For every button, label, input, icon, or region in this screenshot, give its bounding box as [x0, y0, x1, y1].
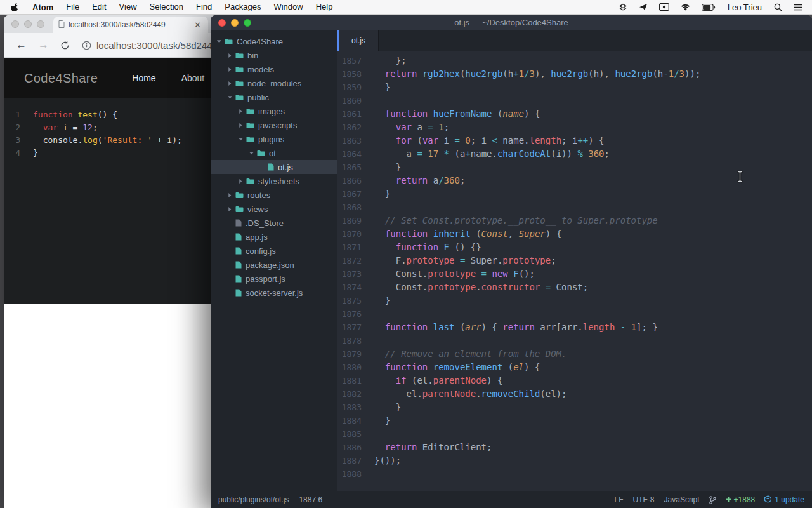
line-number[interactable]: 1859: [337, 81, 362, 94]
cursor-position[interactable]: 1887:6: [299, 495, 322, 504]
code-line[interactable]: 1881 if (el.parentNode) {: [337, 374, 812, 387]
line-number[interactable]: 1858: [337, 67, 362, 81]
browser-tab[interactable]: localhost:3000/task/58d2449 ✕: [53, 17, 208, 33]
code-line[interactable]: 1887}());: [337, 454, 812, 467]
line-number[interactable]: 1878: [337, 334, 362, 347]
chevron-right-icon[interactable]: [237, 178, 244, 184]
code-text[interactable]: var i = 12;: [20, 121, 98, 134]
chevron-down-icon[interactable]: [226, 95, 233, 100]
line-ending-indicator[interactable]: LF: [615, 495, 624, 504]
line-number[interactable]: 1872: [337, 254, 362, 267]
code-line[interactable]: 1866 return a/360;: [337, 174, 812, 187]
tree-item-images[interactable]: images: [211, 104, 337, 118]
app-menu-atom[interactable]: Atom: [26, 3, 60, 12]
code-line[interactable]: 1869 // Set Const.prototype.__proto__ to…: [337, 214, 812, 227]
menu-file[interactable]: File: [60, 0, 86, 14]
screen-share-icon[interactable]: [653, 3, 675, 11]
code-line[interactable]: 1879 // Remove an element from the DOM.: [337, 347, 812, 361]
line-number[interactable]: 1882: [337, 387, 362, 401]
code-text[interactable]: }: [362, 414, 390, 427]
tree-item-package-json[interactable]: package.json: [211, 258, 337, 272]
chevron-down-icon[interactable]: [237, 137, 244, 142]
back-button[interactable]: ←: [10, 39, 32, 51]
line-number[interactable]: 1871: [337, 241, 362, 254]
code-text[interactable]: return a/360;: [362, 174, 465, 187]
code-text[interactable]: console.log('Result: ' + i);: [20, 134, 182, 147]
code-text[interactable]: // Set Const.prototype.__proto__ to Supe…: [362, 214, 658, 227]
tree-item-config-js[interactable]: config.js: [211, 244, 337, 258]
code-text[interactable]: F.prototype = Super.prototype;: [362, 254, 556, 267]
code-text[interactable]: Const.prototype = new F();: [362, 267, 535, 281]
line-number[interactable]: 1857: [337, 54, 362, 67]
line-number[interactable]: 1879: [337, 347, 362, 361]
address-bar[interactable]: localhost:3000/task/58d2449be: [82, 40, 228, 51]
reload-button[interactable]: [55, 41, 75, 50]
code-text[interactable]: [362, 334, 374, 347]
chevron-down-icon[interactable]: [248, 150, 254, 156]
package-updates[interactable]: 1 update: [764, 495, 804, 505]
tree-item-ot-js[interactable]: ot.js: [211, 160, 337, 174]
code-line[interactable]: 1876: [337, 307, 812, 321]
code-text[interactable]: function hueFromName (name) {: [362, 107, 540, 121]
code-text[interactable]: }: [362, 161, 401, 174]
code-text[interactable]: // Remove an element from the DOM.: [362, 347, 566, 361]
code-line[interactable]: 1888: [337, 467, 812, 481]
code-line[interactable]: 1862 var a = 1;: [337, 121, 812, 134]
tab-ot-js[interactable]: ot.js: [337, 30, 379, 51]
code-text[interactable]: };: [362, 54, 407, 67]
tree-item-app-js[interactable]: app.js: [211, 230, 337, 244]
zoom-window-button[interactable]: [37, 20, 44, 28]
code-line[interactable]: 1863 for (var i = 0; i < name.length; i+…: [337, 134, 812, 147]
code-text[interactable]: [362, 94, 374, 107]
tree-item-ot[interactable]: ot: [211, 146, 337, 160]
notification-center-icon[interactable]: [788, 4, 808, 11]
line-number[interactable]: 1: [4, 109, 20, 121]
line-number[interactable]: 1862: [337, 121, 362, 134]
line-number[interactable]: 1867: [337, 187, 362, 201]
dropbox-icon[interactable]: [613, 3, 633, 11]
code-text[interactable]: }: [362, 81, 390, 94]
line-number[interactable]: 1861: [337, 107, 362, 121]
line-number[interactable]: 1887: [337, 454, 362, 467]
line-number[interactable]: 1881: [337, 374, 362, 387]
menu-edit[interactable]: Edit: [86, 0, 112, 14]
menu-find[interactable]: Find: [190, 0, 218, 14]
line-number[interactable]: 1863: [337, 134, 362, 147]
code-text[interactable]: function test() {: [20, 109, 117, 121]
code-text[interactable]: function removeElement (el) {: [362, 361, 540, 374]
code-text[interactable]: var a = 1;: [362, 121, 449, 134]
code-line[interactable]: 1875 }: [337, 294, 812, 307]
encoding-indicator[interactable]: UTF-8: [633, 495, 655, 504]
chevron-down-icon[interactable]: [216, 39, 222, 44]
line-number[interactable]: 1880: [337, 361, 362, 374]
chevron-right-icon[interactable]: [226, 206, 233, 212]
line-number[interactable]: 1865: [337, 161, 362, 174]
code-line[interactable]: 1859 }: [337, 81, 812, 94]
code-text[interactable]: for (var i = 0; i < name.length; i++) {: [362, 134, 605, 147]
line-number[interactable]: 1883: [337, 401, 362, 414]
code-line[interactable]: 1873 Const.prototype = new F();: [337, 267, 812, 281]
code-text[interactable]: [362, 201, 374, 214]
chevron-right-icon[interactable]: [226, 67, 233, 72]
atom-title-bar[interactable]: ot.js — ~/Desktop/Code4Share: [211, 15, 812, 30]
code-line[interactable]: 1861 function hueFromName (name) {: [337, 107, 812, 121]
chevron-right-icon[interactable]: [226, 192, 233, 198]
menu-bar-user-name[interactable]: Leo Trieu: [721, 3, 768, 12]
line-number[interactable]: 1885: [337, 427, 362, 441]
site-logo[interactable]: Code4Share: [24, 71, 98, 86]
code-text[interactable]: function inherit (Const, Super) {: [362, 227, 561, 241]
code-text[interactable]: Const.prototype.constructor = Const;: [362, 281, 588, 294]
line-number[interactable]: 1886: [337, 441, 362, 454]
code-text[interactable]: a = 17 * (a+name.charCodeAt(i)) % 360;: [362, 147, 610, 161]
code-text[interactable]: function last (arr) { return arr[arr.len…: [362, 321, 658, 334]
code-line[interactable]: 1871 function F () {}: [337, 241, 812, 254]
code-line[interactable]: 1882 el.parentNode.removeChild(el);: [337, 387, 812, 401]
nav-link-about[interactable]: About: [178, 73, 209, 83]
line-number[interactable]: 2: [4, 121, 20, 134]
minimize-window-button[interactable]: [231, 19, 239, 27]
code-line[interactable]: 1867 }: [337, 187, 812, 201]
code-line[interactable]: 1877 function last (arr) { return arr[ar…: [337, 321, 812, 334]
code-text[interactable]: if (el.parentNode) {: [362, 374, 502, 387]
line-number[interactable]: 1869: [337, 214, 362, 227]
close-window-button[interactable]: [11, 20, 19, 28]
